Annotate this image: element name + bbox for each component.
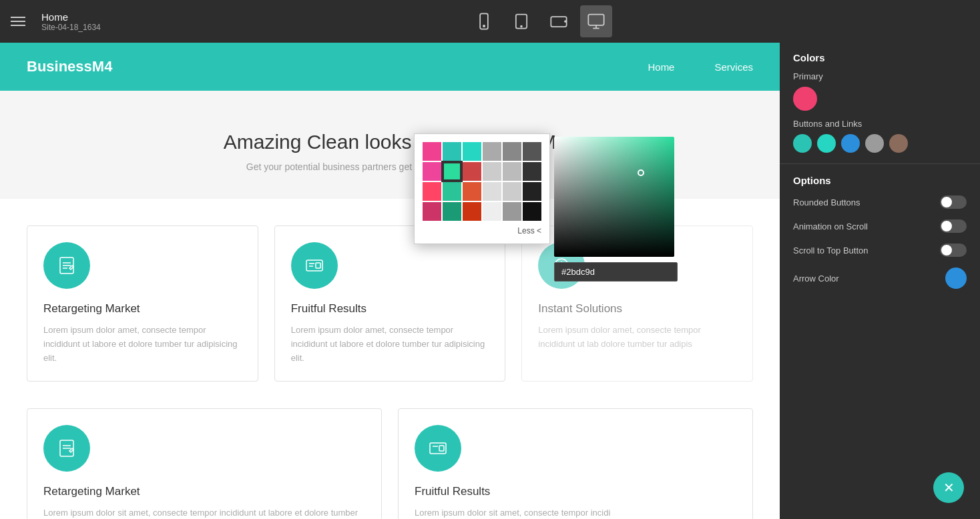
svg-rect-6: [589, 15, 604, 25]
picker-swatch-11[interactable]: [523, 162, 541, 181]
page-title-group: Home Site-04-18_1634: [41, 11, 101, 32]
card-4: Retargeting Market Lorem ipsum dolor sit…: [27, 408, 382, 519]
card-3-text: Lorem ipsum dolor amet, consecte tempor …: [538, 324, 736, 352]
picker-swatch-12[interactable]: [423, 182, 441, 201]
picker-swatch-18[interactable]: [423, 202, 441, 221]
picker-swatch-6[interactable]: [423, 162, 441, 181]
arrow-color-label: Arrow Color: [793, 274, 839, 284]
swatch-brown[interactable]: [889, 134, 908, 153]
scroll-top-label: Scroll to Top Button: [793, 245, 869, 255]
picker-swatch-15[interactable]: [483, 182, 501, 201]
mobile-device-btn[interactable]: [468, 5, 500, 37]
site-navbar: BusinessM4 Home Services: [0, 43, 780, 91]
topbar: Home Site-04-18_1634: [0, 0, 980, 43]
gradient-picker[interactable]: [554, 137, 688, 257]
page-subtitle: Site-04-18_1634: [41, 23, 101, 32]
card-4-text: Lorem ipsum dolor sit amet, consecte tem…: [43, 506, 365, 519]
svg-rect-24: [439, 446, 444, 451]
picker-swatch-14[interactable]: [463, 182, 481, 201]
scroll-top-row: Scroll to Top Button: [793, 243, 967, 257]
card-icon-circle-4: [43, 425, 90, 472]
picker-swatch-4[interactable]: [503, 142, 521, 161]
swatches-grid: [423, 142, 541, 221]
card-5-title: Fruitful Results: [415, 485, 490, 498]
picker-swatch-1[interactable]: [443, 142, 461, 161]
card-2-text: Lorem ipsum dolor amet, consecte tempor …: [291, 324, 489, 365]
card-1-title: Retargeting Market: [43, 302, 140, 316]
card-icon-circle-2: [291, 242, 338, 289]
colors-section: Colors Primary Buttons and Links: [780, 41, 980, 163]
primary-color-swatch[interactable]: [793, 87, 817, 111]
picker-swatch-21[interactable]: [483, 202, 501, 221]
card-2-title: Fruitful Results: [291, 302, 366, 316]
picker-swatch-16[interactable]: [503, 182, 521, 201]
card-icon-circle-5: [415, 425, 461, 472]
tablet-landscape-device-btn[interactable]: [543, 5, 575, 37]
button-color-swatches: [793, 134, 967, 153]
nav-home[interactable]: Home: [648, 61, 674, 73]
site-nav-links: Home Services: [648, 61, 753, 73]
animation-scroll-row: Animation on Scroll: [793, 219, 967, 233]
desktop-device-btn[interactable]: [580, 5, 612, 37]
menu-icon[interactable]: [11, 17, 25, 26]
page-title: Home: [41, 11, 101, 23]
device-switcher: [468, 5, 612, 37]
picker-swatch-0[interactable]: [423, 142, 441, 161]
picker-swatch-20[interactable]: [463, 202, 481, 221]
swatch-cyan[interactable]: [817, 134, 836, 153]
picker-swatch-13[interactable]: [443, 182, 461, 201]
options-title: Options: [793, 175, 967, 186]
scroll-top-toggle[interactable]: [940, 243, 967, 257]
picker-swatch-5[interactable]: [523, 142, 541, 161]
swatch-gray[interactable]: [865, 134, 884, 153]
swatch-teal[interactable]: [793, 134, 812, 153]
svg-rect-15: [316, 263, 320, 268]
rounded-buttons-row: Rounded Buttons: [793, 195, 967, 209]
tablet-device-btn[interactable]: [505, 5, 537, 37]
close-button[interactable]: ✕: [933, 472, 964, 503]
less-button[interactable]: Less <: [423, 226, 541, 235]
color-hex-input-wrap: [554, 262, 678, 282]
svg-point-1: [483, 25, 485, 27]
primary-label: Primary: [793, 71, 967, 81]
swatch-blue[interactable]: [841, 134, 860, 153]
picker-swatch-23[interactable]: [523, 202, 541, 221]
picker-swatch-17[interactable]: [523, 182, 541, 201]
nav-services[interactable]: Services: [714, 61, 753, 73]
arrow-color-swatch[interactable]: [945, 268, 967, 289]
picker-swatch-3[interactable]: [483, 142, 501, 161]
picker-swatch-7[interactable]: [443, 162, 461, 181]
picker-swatch-8[interactable]: [463, 162, 481, 181]
card-icon-circle-1: [43, 242, 90, 289]
options-section: Options Rounded Buttons Animation on Scr…: [780, 163, 980, 310]
card-1: Retargeting Market Lorem ipsum dolor ame…: [27, 225, 258, 382]
card-3-title: Instant Solutions: [538, 302, 622, 316]
colors-section-title: Colors: [793, 52, 967, 63]
buttons-links-label: Buttons and Links: [793, 119, 967, 129]
rounded-buttons-label: Rounded Buttons: [793, 197, 860, 207]
svg-point-3: [521, 26, 522, 27]
picker-swatch-19[interactable]: [443, 202, 461, 221]
card-4-title: Retargeting Market: [43, 485, 140, 498]
picker-swatch-22[interactable]: [503, 202, 521, 221]
color-hex-input[interactable]: [554, 262, 678, 282]
card-5-text: Lorem ipsum dolor sit amet, consecte tem…: [415, 506, 610, 519]
picker-swatch-9[interactable]: [483, 162, 501, 181]
color-picker-swatches: Less <: [414, 133, 550, 244]
animation-scroll-toggle[interactable]: [940, 219, 967, 233]
site-logo: BusinessM4: [27, 58, 112, 75]
rounded-buttons-toggle[interactable]: [940, 195, 967, 209]
arrow-color-row: Arrow Color: [793, 268, 967, 289]
site-styles-panel: Site Styles Colors Primary Buttons and L…: [780, 0, 980, 519]
card-5: Fruitful Results Lorem ipsum dolor sit a…: [398, 408, 753, 519]
card-2: Fruitful Results Lorem ipsum dolor amet,…: [274, 225, 506, 382]
animation-scroll-label: Animation on Scroll: [793, 221, 868, 231]
site-cards-row2: Retargeting Market Lorem ipsum dolor sit…: [0, 408, 780, 519]
picker-swatch-2[interactable]: [463, 142, 481, 161]
svg-point-5: [565, 21, 566, 22]
card-1-text: Lorem ipsum dolor amet, consecte tempor …: [43, 324, 242, 365]
picker-swatch-10[interactable]: [503, 162, 521, 181]
svg-rect-4: [551, 17, 567, 27]
